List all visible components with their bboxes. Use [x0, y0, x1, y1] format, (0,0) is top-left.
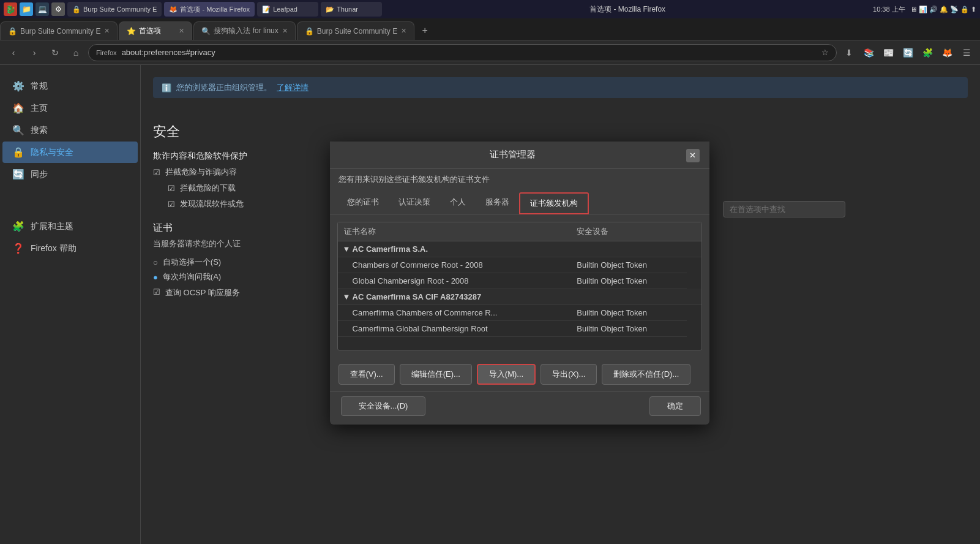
forward-button[interactable]: ›	[26, 44, 43, 61]
dialog-tab-personal[interactable]: 个人	[440, 192, 476, 214]
sidebar-item-extensions[interactable]: 🧩 扩展和主题	[2, 216, 138, 237]
checkbox-label-2: 拦截危险的下载	[180, 183, 236, 194]
cert-device-camerfirma-global: Builtin Object Token	[570, 320, 686, 336]
view-button[interactable]: 查看(V)...	[339, 364, 395, 385]
taskbar-app-thunar-icon: 📂	[326, 6, 334, 13]
dialog-description: 您有用来识别这些证书颁发机构的证书文件	[330, 169, 709, 187]
tab-burp2-close[interactable]: ✕	[401, 27, 406, 35]
bookmarks-icon[interactable]: 📚	[860, 44, 877, 61]
sidebar-item-sync-label: 同步	[31, 169, 48, 180]
tab-burp1-close[interactable]: ✕	[104, 27, 110, 35]
table-row[interactable]: Chambers of Commerce Root - 2008 Builtin…	[338, 257, 701, 273]
sidebar-item-sync[interactable]: 🔄 同步	[2, 164, 138, 185]
radio-auto-icon: ○	[153, 258, 158, 267]
sidebar: ⚙️ 常规 🏠 主页 🔍 搜索 🔒 隐私与安全 🔄 同步 🧩 扩展和主题	[0, 65, 141, 544]
taskbar-app-leafpad[interactable]: 📝 Leafpad	[257, 2, 318, 17]
sidebar-item-help[interactable]: ❓ Firefox 帮助	[2, 238, 138, 259]
checkbox-icon-3: ☑	[168, 200, 175, 209]
new-tab-button[interactable]: +	[416, 21, 434, 40]
tab-burp1[interactable]: 🔒 Burp Suite Community E ✕	[0, 21, 118, 40]
taskbar-app-firefox-label: 首选项 - Mozilla Firefox	[180, 5, 250, 14]
sidebar-item-search-label: 搜索	[31, 125, 48, 136]
back-button[interactable]: ‹	[5, 44, 22, 61]
taskbar-tray-icons: 🖥 📊 🔊 🔔 📡 🔒 ⬆	[910, 6, 976, 13]
cert-name-global2008: Global Chambersign Root - 2008	[338, 273, 571, 289]
taskbar-app-thunar[interactable]: 📂 Thunar	[321, 2, 382, 17]
taskbar-time: 10:38 上午	[873, 5, 905, 14]
cert-group-ac-camerfirma[interactable]: ▼ AC Camerfirma S.A.	[338, 241, 701, 257]
cert-group-ac-camerfirma-sa[interactable]: ▼ AC Camerfirma SA CIF A82743287	[338, 289, 701, 304]
taskbar-app-burp[interactable]: 🔒 Burp Suite Community E	[67, 2, 162, 17]
taskbar-logo[interactable]: 🐉	[4, 2, 17, 16]
sidebar-item-search[interactable]: 🔍 搜索	[2, 119, 138, 141]
taskbar-terminal[interactable]: 💻	[36, 2, 49, 16]
home-button[interactable]: ⌂	[67, 44, 84, 61]
radio-ask-label: 每次均询问我(A)	[163, 271, 221, 282]
table-row[interactable]: Camerfirma Chambers of Commerce R... Bui…	[338, 304, 701, 320]
dialog-tab-your-certs-label: 您的证书	[347, 197, 379, 206]
downloads-icon[interactable]: ⬇	[840, 44, 858, 61]
dialog-close-button[interactable]: ✕	[686, 149, 700, 162]
checkbox-ocsp-icon: ☑	[153, 287, 160, 297]
extensions-icon[interactable]: 🧩	[919, 44, 936, 61]
dialog-title: 证书管理器	[340, 149, 686, 168]
col-cert-name: 证书名称	[338, 222, 571, 241]
sidebar-item-privacy-label: 隐私与安全	[31, 147, 73, 158]
reload-button[interactable]: ↻	[47, 44, 64, 61]
info-link[interactable]: 了解详情	[277, 82, 309, 93]
sidebar-item-general[interactable]: ⚙️ 常规	[2, 75, 138, 97]
tab-preferences[interactable]: ⭐ 首选项 ✕	[119, 21, 192, 40]
url-box[interactable]: Firefox about:preferences#privacy ☆	[88, 44, 837, 61]
tab-preferences-close[interactable]: ✕	[179, 27, 184, 35]
menu-icon[interactable]: ☰	[958, 44, 975, 61]
sync-icon[interactable]: 🔄	[899, 44, 916, 61]
search-input[interactable]	[723, 201, 845, 217]
dialog-action-buttons: 查看(V)... 编辑信任(E)... 导入(M)... 导出(X)... 删除…	[330, 358, 709, 391]
lock-icon: 🔒	[12, 146, 24, 158]
dialog-title-bar: 证书管理器 ✕	[330, 142, 709, 169]
edit-trust-button[interactable]: 编辑信任(E)...	[400, 364, 472, 385]
cert-group-ac-camerfirma-label: ▼ AC Camerfirma S.A.	[338, 241, 701, 257]
taskbar-settings[interactable]: ⚙	[51, 2, 65, 16]
taskbar: 🐉 📁 💻 ⚙ 🔒 Burp Suite Community E 🦊 首选项 -…	[0, 0, 980, 18]
table-row[interactable]: Global Chambersign Root - 2008 Builtin O…	[338, 273, 701, 289]
export-button[interactable]: 导出(X)...	[540, 364, 597, 385]
taskbar-app-firefox[interactable]: 🦊 首选项 - Mozilla Firefox	[164, 2, 255, 17]
dialog-tab-your-certs[interactable]: 您的证书	[337, 192, 389, 214]
tab-burp1-favicon: 🔒	[8, 27, 17, 36]
reader-mode-icon[interactable]: 📰	[880, 44, 897, 61]
address-bar: ‹ › ↻ ⌂ Firefox about:preferences#privac…	[0, 40, 980, 65]
ok-button[interactable]: 确定	[649, 396, 701, 416]
dialog-tab-auth-policy-label: 认证决策	[398, 197, 430, 206]
radio-auto-label: 自动选择一个(S)	[163, 257, 221, 268]
cert-table: 证书名称 安全设备 ▼ AC Camerfirma S.A. Chambers …	[338, 222, 701, 337]
taskbar-app-thunar-label: Thunar	[337, 6, 358, 13]
import-button[interactable]: 导入(M)...	[477, 364, 536, 385]
taskbar-files[interactable]: 📁	[20, 2, 33, 16]
tab-sougou[interactable]: 🔍 搜狗输入法 for linux ✕	[193, 21, 295, 40]
help-icon: ❓	[12, 243, 24, 254]
home-icon: 🏠	[12, 102, 24, 114]
dialog-tab-servers[interactable]: 服务器	[476, 192, 519, 214]
security-device-button[interactable]: 安全设备...(D)	[341, 396, 426, 416]
cert-table-container[interactable]: 证书名称 安全设备 ▼ AC Camerfirma S.A. Chambers …	[337, 222, 702, 350]
taskbar-right: 10:38 上午 🖥 📊 🔊 🔔 📡 🔒 ⬆	[873, 5, 976, 14]
bookmark-icon[interactable]: ☆	[821, 48, 829, 57]
sidebar-item-home[interactable]: 🏠 主页	[2, 97, 138, 119]
sidebar-item-privacy[interactable]: 🔒 隐私与安全	[2, 142, 138, 163]
tab-burp2[interactable]: 🔒 Burp Suite Community E ✕	[297, 21, 414, 40]
info-bar: ℹ️ 您的浏览器正由组织管理。 了解详情	[153, 77, 968, 98]
tab-burp2-favicon: 🔒	[305, 27, 313, 36]
dialog-tab-servers-label: 服务器	[485, 197, 509, 206]
gear-icon: ⚙️	[12, 80, 24, 92]
extensions-icon: 🧩	[12, 221, 24, 232]
url-text: about:preferences#privacy	[122, 48, 817, 57]
delete-button[interactable]: 删除或不信任(D)...	[602, 364, 690, 385]
tab-sougou-close[interactable]: ✕	[282, 27, 288, 35]
cert-device-global2008: Builtin Object Token	[570, 273, 686, 289]
sync-icon: 🔄	[12, 168, 24, 180]
dialog-tab-authorities[interactable]: 证书颁发机构	[519, 192, 589, 214]
table-row[interactable]: Camerfirma Global Chambersign Root Built…	[338, 320, 701, 336]
dialog-tab-auth-policy[interactable]: 认证决策	[389, 192, 440, 214]
firefox-icon[interactable]: 🦊	[938, 44, 956, 61]
